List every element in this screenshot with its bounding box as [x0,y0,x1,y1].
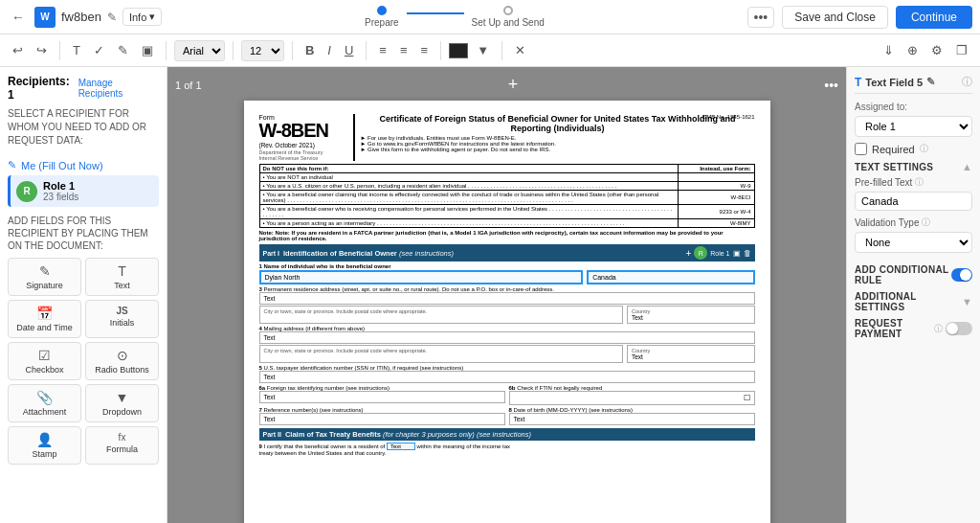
field8-input[interactable]: Text [509,413,755,425]
panel-info-icon[interactable]: ⓘ [962,75,972,89]
field4-input[interactable]: Text [259,331,755,344]
me-fill-option[interactable]: ✎ Me (Fill Out Now) [8,155,159,175]
add-field-button[interactable]: + [685,248,691,259]
more-options-button[interactable]: ••• [747,7,775,28]
text-settings-collapse-icon[interactable]: ▲ [962,161,972,172]
download-button[interactable]: ⇓ [879,41,899,59]
align-center-button[interactable]: ≡ [395,41,412,59]
entity-row: • You are a beneficial owner claiming th… [259,191,678,205]
align-right-button[interactable]: ≡ [416,41,434,59]
redo-button[interactable]: ↪ [32,41,52,59]
date-tool-button[interactable]: ▣ [137,41,158,59]
additional-settings-expand-icon[interactable]: ▼ [962,296,972,307]
undo-button[interactable]: ↩ [8,41,28,59]
radio-label: Radio Buttons [95,365,149,375]
text-tool-button[interactable]: T [68,41,85,59]
font-family-select[interactable]: Arial [174,40,225,61]
request-payment-toggle[interactable] [946,322,972,335]
doc-title: fw8ben [61,10,101,24]
conditional-label: ADD CONDITIONAL RULE [855,264,951,285]
field9-continuation: treaty between the United States and tha… [259,450,755,456]
doc-title-edit-icon[interactable]: ✎ [107,11,117,24]
pencil-icon: ✎ [8,159,16,171]
text-label: Text [114,281,130,290]
validation-info-icon[interactable]: ⓘ [922,216,930,229]
field6-row: 6a Foreign tax identifying number (see i… [259,385,755,405]
underline-button[interactable]: U [340,41,358,59]
italic-button[interactable]: I [323,41,336,59]
copy-field-button[interactable]: ▣ [733,249,741,258]
role-select[interactable]: Role 1 [855,116,972,137]
me-fill-label: Me (Fill Out Now) [21,160,103,171]
color-dropdown-button[interactable]: ▼ [472,41,494,59]
field6b-input[interactable]: ☐ [509,391,755,405]
role-1-item[interactable]: R Role 1 23 fields [8,175,159,207]
field4-country[interactable]: Country Text [627,345,755,363]
check-tool-button[interactable]: ✓ [89,41,109,59]
align-left-button[interactable]: ≡ [374,41,391,59]
progress-step-prepare: Prepare [365,6,399,28]
request-payment-info-icon[interactable]: ⓘ [934,323,943,335]
required-info-icon[interactable]: ⓘ [920,143,928,155]
text-icon: T [118,263,126,279]
clear-format-button[interactable]: ✕ [510,41,530,59]
text-field[interactable]: T Text [85,258,159,296]
copy-button[interactable]: ❐ [951,41,972,59]
fields-grid: ✎ Signature T Text 📅 Date and Time JS In… [8,258,159,465]
save-close-button[interactable]: Save and Close [782,6,888,29]
location-button[interactable]: ⊕ [902,41,923,59]
recipients-header: Recipients: 1 Manage Recipients [8,75,159,102]
pre-filled-input[interactable] [855,192,972,211]
panel-edit-icon[interactable]: ✎ [926,76,935,88]
field7-input[interactable]: Text [259,413,505,425]
field9-value[interactable]: Text [387,443,415,450]
field4-city[interactable]: City or town, state or province. Include… [259,345,624,363]
entity-form: W-8ECI [678,191,754,205]
stamp-field[interactable]: 👤 Stamp [8,426,81,465]
initials-field[interactable]: JS Initials [85,300,159,338]
manage-recipients-link[interactable]: Manage Recipients [78,78,159,99]
doc-more-button[interactable]: ••• [824,78,838,93]
text-settings-label: TEXT SETTINGS [855,162,933,172]
delete-field-button[interactable]: 🗑 [744,249,751,258]
pen-tool-button[interactable]: ✎ [113,41,133,59]
signature-label: Signature [26,281,63,290]
info-button[interactable]: Info ▾ [122,8,162,26]
date-time-field[interactable]: 📅 Date and Time [8,300,81,338]
font-size-select[interactable]: 12 [241,40,284,61]
radio-buttons-field[interactable]: ⊙ Radio Buttons [85,342,159,380]
field1-country[interactable]: Canada [587,270,754,284]
color-picker[interactable] [449,43,468,58]
checkbox-field[interactable]: ☑ Checkbox [8,342,81,380]
add-page-button[interactable]: + [508,75,519,95]
field6a-input[interactable]: Text [259,391,505,403]
role-1-avatar: R [16,181,37,202]
role-label: Role 1 [710,250,729,257]
continue-button[interactable]: Continue [896,6,972,29]
dropdown-field[interactable]: ▼ Dropdown [85,384,159,422]
conditional-toggle[interactable] [951,268,972,282]
field1-name[interactable]: Dylan North [259,270,584,284]
required-row: Required ⓘ [855,143,972,155]
panel-title: T Text Field 5 ✎ [855,76,935,89]
required-checkbox[interactable] [855,143,867,155]
settings-gear-button[interactable]: ⚙ [926,41,947,59]
role-1-info: Role 1 23 fields [43,180,78,202]
formula-field[interactable]: fx Formula [85,426,159,465]
toolbar-sep-5 [366,41,367,60]
role-1-name: Role 1 [43,180,78,192]
irs-label: Internal Revenue Service [259,155,345,161]
validation-select[interactable]: None Email Number Date [855,232,972,253]
field5-input[interactable]: Text [259,371,755,383]
attachment-field[interactable]: 📎 Attachment [8,384,81,422]
field3-country[interactable]: Country Text [627,306,755,324]
bold-button[interactable]: B [301,41,319,59]
field3-input[interactable]: Text [259,292,755,305]
pre-filled-info-icon[interactable]: ⓘ [915,176,924,189]
panel-title-text: Text Field 5 [865,77,923,88]
field3-city[interactable]: City or town, state or province. Include… [259,306,624,324]
field8: 8 Date of birth (MM-DD-YYYY) (see instru… [509,407,755,425]
signature-field[interactable]: ✎ Signature [8,258,81,296]
document-page: Form W-8BEN (Rev. October 2021) Departme… [244,101,770,523]
back-button[interactable]: ← [8,8,29,27]
